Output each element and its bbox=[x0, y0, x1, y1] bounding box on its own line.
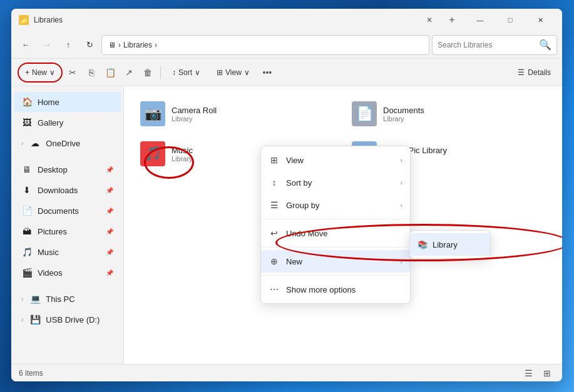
close-button[interactable]: ✕ bbox=[526, 10, 555, 30]
cm-new-label: New bbox=[286, 257, 302, 266]
cm-view-arrow: › bbox=[400, 156, 402, 164]
search-box[interactable]: 🔍 bbox=[432, 35, 557, 55]
sidebar-item-onedrive[interactable]: › ☁ OneDrive bbox=[14, 133, 121, 153]
onedrive-expand: › bbox=[21, 140, 23, 147]
documents-pin: 📌 bbox=[106, 208, 113, 214]
sidebar-item-desktop[interactable]: 🖥 Desktop 📌 bbox=[14, 159, 121, 179]
usbdrive-icon: 💾 bbox=[29, 314, 41, 324]
monitor-icon: 🖥 bbox=[108, 41, 116, 49]
music-lib-sub: Library bbox=[172, 155, 193, 163]
submenu-new: 📚 Library bbox=[409, 230, 491, 259]
toolbar-right: ☰ Details bbox=[513, 66, 556, 79]
music-icon: 🎵 bbox=[21, 247, 33, 257]
details-button[interactable]: ☰ Details bbox=[513, 66, 556, 79]
context-menu: ⊞ View › ↕ Sort by › ☰ Group by › ↩ U bbox=[260, 146, 411, 304]
toolbar: + New ∨ ✂ ⎘ 📋 ↗ 🗑 ↕ Sort ∨ ⊞ View ∨ ••• … bbox=[11, 59, 562, 86]
cm-more-icon: ⋯ bbox=[269, 284, 280, 294]
cm-groupby-label: Group by bbox=[286, 201, 319, 210]
delete-button[interactable]: 🗑 bbox=[139, 64, 156, 81]
sidebar-item-documents[interactable]: 📄 Documents 📌 bbox=[14, 201, 121, 221]
thispc-icon: 💻 bbox=[29, 294, 41, 304]
submenu-library-icon: 📚 bbox=[418, 240, 428, 249]
minimize-button[interactable]: — bbox=[466, 10, 495, 30]
usbdrive-expand: › bbox=[21, 316, 23, 323]
new-icon: + bbox=[25, 68, 29, 77]
sidebar-item-thispc[interactable]: › 💻 This PC bbox=[14, 289, 121, 309]
submenu-library[interactable]: 📚 Library bbox=[410, 233, 490, 256]
cm-groupby[interactable]: ☰ Group by › bbox=[261, 194, 410, 216]
cm-more-options[interactable]: ⋯ Show more options bbox=[261, 278, 410, 301]
paste-button[interactable]: 📋 bbox=[101, 64, 119, 81]
up-button[interactable]: ↑ bbox=[59, 36, 78, 54]
sidebar-item-gallery[interactable]: 🖼 Gallery bbox=[14, 113, 121, 133]
videos-icon: 🎬 bbox=[21, 268, 33, 278]
library-item-documents[interactable]: 📄 Documents Library bbox=[346, 96, 552, 131]
cm-undo-label: Undo Move bbox=[286, 229, 327, 238]
cm-view-icon: ⊞ bbox=[269, 155, 280, 165]
refresh-button[interactable]: ↻ bbox=[80, 36, 99, 54]
more-button[interactable]: ••• bbox=[259, 64, 276, 81]
sort-button[interactable]: ↕ Sort ∨ bbox=[165, 63, 208, 83]
new-button[interactable]: + New ∨ bbox=[18, 63, 63, 83]
music-label: Music bbox=[38, 248, 59, 257]
search-input[interactable] bbox=[438, 41, 535, 49]
cm-undo-icon: ↩ bbox=[269, 228, 280, 238]
breadcrumb-libraries[interactable]: Libraries bbox=[123, 41, 152, 49]
main-area: 🏠 Home 🖼 Gallery › ☁ OneDrive 🖥 Desktop … bbox=[11, 86, 562, 364]
titlebar: 📁 Libraries ✕ + — □ ✕ bbox=[11, 9, 562, 31]
tab-close-button[interactable]: ✕ bbox=[421, 11, 438, 29]
gallery-icon: 🖼 bbox=[21, 118, 33, 128]
videos-pin: 📌 bbox=[106, 269, 113, 276]
library-item-camera-roll[interactable]: 📷 Camera Roll Library bbox=[134, 96, 341, 131]
camera-roll-name: Camera Roll bbox=[172, 106, 217, 115]
cm-new-arrow: › bbox=[400, 258, 402, 265]
cm-separator3 bbox=[261, 275, 410, 276]
cm-new[interactable]: ⊕ New › bbox=[261, 250, 410, 273]
sidebar-item-downloads[interactable]: ⬇ Downloads 📌 bbox=[14, 180, 121, 200]
sidebar-item-usbdrive[interactable]: › 💾 USB Drive (D:) bbox=[14, 309, 121, 329]
sidebar-item-music[interactable]: 🎵 Music 📌 bbox=[14, 242, 121, 262]
home-label: Home bbox=[38, 98, 59, 107]
forward-button[interactable]: → bbox=[38, 36, 56, 54]
new-chevron: ∨ bbox=[49, 68, 55, 77]
cm-groupby-icon: ☰ bbox=[269, 200, 280, 210]
sort-chevron: ∨ bbox=[195, 68, 200, 77]
view-chevron: ∨ bbox=[244, 68, 250, 77]
cm-view[interactable]: ⊞ View › bbox=[261, 149, 410, 171]
maximize-button[interactable]: □ bbox=[496, 10, 525, 30]
breadcrumb-sep2: › bbox=[155, 41, 157, 49]
downloads-label: Downloads bbox=[38, 186, 78, 195]
list-view-button[interactable]: ☰ bbox=[521, 366, 536, 381]
details-label: Details bbox=[528, 68, 551, 77]
documents-lib-text: Documents Library bbox=[383, 106, 424, 123]
cm-sortby[interactable]: ↕ Sort by › bbox=[261, 171, 410, 194]
cm-sortby-arrow: › bbox=[400, 179, 402, 186]
sidebar-item-home[interactable]: 🏠 Home bbox=[14, 92, 121, 112]
share-button[interactable]: ↗ bbox=[120, 64, 138, 81]
onedrive-icon: ☁ bbox=[29, 138, 41, 148]
view-button[interactable]: ⊞ View ∨ bbox=[209, 63, 257, 83]
view-label: View bbox=[225, 68, 242, 77]
sidebar-item-videos[interactable]: 🎬 Videos 📌 bbox=[14, 263, 121, 283]
cm-undo[interactable]: ↩ Undo Move bbox=[261, 222, 410, 244]
addressbar: ← → ↑ ↻ 🖥 › Libraries › 🔍 bbox=[11, 31, 562, 59]
documents-lib-name: Documents bbox=[383, 106, 424, 115]
camera-roll-sub: Library bbox=[172, 115, 217, 123]
grid-view-button[interactable]: ⊞ bbox=[540, 366, 555, 381]
item-count: 6 items bbox=[19, 369, 43, 378]
new-tab-button[interactable]: + bbox=[443, 11, 461, 29]
downloads-icon: ⬇ bbox=[21, 185, 33, 195]
thispc-expand: › bbox=[21, 296, 23, 303]
back-button[interactable]: ← bbox=[16, 36, 35, 54]
thispc-label: This PC bbox=[46, 294, 74, 304]
documents-lib-icon: 📄 bbox=[352, 101, 377, 126]
copy-button[interactable]: ⎘ bbox=[83, 64, 100, 81]
breadcrumb-sep1: › bbox=[118, 41, 121, 49]
cm-groupby-arrow: › bbox=[400, 201, 402, 209]
search-icon[interactable]: 🔍 bbox=[539, 39, 551, 51]
submenu-library-label: Library bbox=[433, 240, 458, 249]
sidebar-item-pictures[interactable]: 🏔 Pictures 📌 bbox=[14, 221, 121, 241]
cut-button[interactable]: ✂ bbox=[64, 64, 81, 81]
breadcrumb[interactable]: 🖥 › Libraries › bbox=[101, 35, 429, 55]
documents-icon: 📄 bbox=[21, 206, 33, 216]
